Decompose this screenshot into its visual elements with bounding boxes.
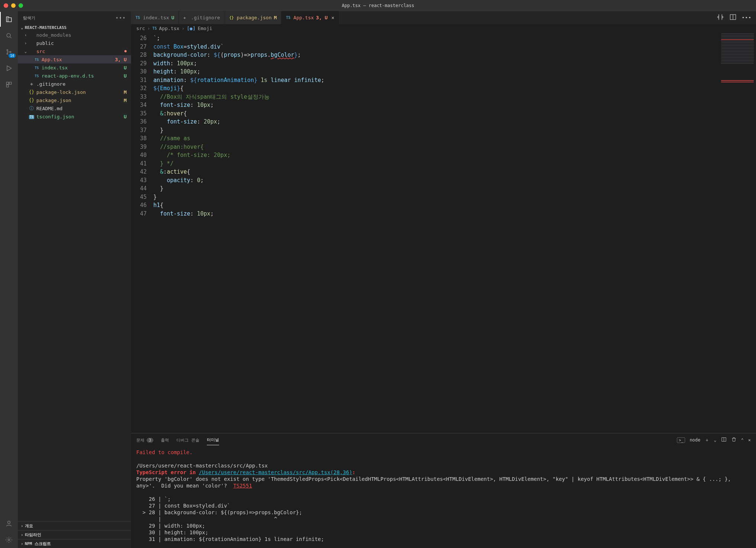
editor-tab-index-tsx[interactable]: TS index.tsx U: [131, 11, 179, 24]
explorer-more-icon[interactable]: •••: [115, 15, 126, 21]
maximize-window[interactable]: [19, 3, 23, 8]
explorer-title: 탐색기: [23, 15, 35, 21]
svg-point-7: [8, 521, 10, 524]
chevron-up-icon[interactable]: ⌃: [741, 437, 744, 443]
more-icon[interactable]: •••: [742, 15, 752, 20]
scm-badge: 14: [9, 53, 16, 58]
svg-point-1: [7, 49, 8, 50]
problems-count-badge: 3: [147, 438, 153, 443]
svg-point-2: [7, 53, 8, 54]
terminal-process-icon: >_: [677, 437, 685, 443]
sidebar-panel-header[interactable]: ›개요: [18, 521, 131, 530]
editor-main: TS index.tsx U ◆ .gitignore {} package.j…: [131, 11, 756, 548]
close-panel-icon[interactable]: ✕: [748, 437, 751, 443]
editor-tab--gitignore[interactable]: ◆ .gitignore: [179, 11, 225, 24]
run-debug-icon[interactable]: [4, 64, 13, 73]
svg-point-0: [7, 33, 10, 37]
editor-tab-App-tsx[interactable]: TS App.tsx 3, U ✕: [281, 11, 339, 24]
sidebar-panel-header[interactable]: ›타임라인: [18, 530, 131, 539]
tree-item-App-tsx[interactable]: TSApp.tsx3, U: [18, 55, 131, 63]
minimize-window[interactable]: [11, 3, 16, 8]
terminal-profile-label[interactable]: node: [690, 437, 700, 443]
debug-console-tab[interactable]: 디버그 콘솔: [176, 435, 199, 445]
minimap[interactable]: [719, 33, 756, 433]
project-header[interactable]: ⌄ REACT-MASTERCLASS: [18, 24, 131, 31]
settings-gear-icon[interactable]: [4, 535, 13, 544]
titlebar: App.tsx — react-masterclass: [0, 0, 756, 11]
tree-item--gitignore[interactable]: ◆.gitignore: [18, 80, 131, 88]
compare-changes-icon[interactable]: [717, 13, 724, 22]
search-icon[interactable]: [4, 31, 13, 40]
tree-item-package-json[interactable]: {}package.jsonM: [18, 96, 131, 104]
tree-item-react-app-env-d-ts[interactable]: TSreact-app-env.d.tsU: [18, 72, 131, 80]
breadcrumb[interactable]: src › TS App.tsx › [◉] Emoji: [131, 24, 756, 33]
source-control-icon[interactable]: 14: [4, 47, 13, 56]
split-terminal-icon[interactable]: [721, 437, 727, 443]
tree-item-tsconfig-json[interactable]: TStsconfig.jsonU: [18, 112, 131, 121]
editor-tabs: TS index.tsx U ◆ .gitignore {} package.j…: [131, 11, 756, 24]
tree-item-README-md[interactable]: ⓘREADME.md: [18, 104, 131, 112]
panel-tabs: 문제 3 출력 디버그 콘솔 터미널 >_ node ＋ ⌄ ⌃ ✕: [131, 433, 756, 447]
svg-rect-5: [9, 82, 12, 84]
terminal-output[interactable]: Failed to compile. /Users/usere/react-ma…: [131, 447, 756, 548]
line-gutter: 2627282930313233343536373839404142434445…: [131, 33, 153, 433]
traffic-lights: [4, 3, 23, 8]
problems-tab[interactable]: 문제 3: [136, 435, 153, 445]
activity-bar: 14: [0, 11, 18, 548]
breadcrumb-seg[interactable]: Emoji: [198, 26, 212, 31]
sidebar-panel-header[interactable]: ›NPM 스크립트: [18, 539, 131, 548]
close-window[interactable]: [4, 3, 8, 8]
window-title: App.tsx — react-masterclass: [342, 3, 414, 8]
explorer-icon[interactable]: [4, 15, 13, 24]
editor-tab-package-json[interactable]: {} package.json M: [225, 11, 282, 24]
svg-point-8: [8, 539, 10, 541]
close-tab-icon[interactable]: ✕: [331, 15, 334, 20]
chevron-right-icon: ›: [182, 26, 185, 31]
split-editor-icon[interactable]: [729, 13, 737, 22]
svg-point-3: [10, 51, 11, 52]
ts-file-icon: TS: [152, 26, 157, 30]
tab-actions: •••: [712, 11, 756, 24]
project-name: REACT-MASTERCLASS: [25, 25, 67, 30]
tree-item-index-tsx[interactable]: TSindex.tsxU: [18, 63, 131, 72]
extensions-icon[interactable]: [4, 80, 13, 89]
trash-icon[interactable]: [731, 437, 737, 443]
code-content[interactable]: `;const Box=styled.div`background-color:…: [153, 33, 756, 433]
svg-rect-4: [6, 82, 9, 84]
tree-item-public[interactable]: ›public: [18, 39, 131, 47]
breadcrumb-seg[interactable]: src: [136, 26, 145, 31]
code-editor[interactable]: 2627282930313233343536373839404142434445…: [131, 33, 756, 433]
output-tab[interactable]: 출력: [161, 435, 169, 445]
file-tree: ›node_modules›public⌄srcTSApp.tsx3, UTSi…: [18, 31, 131, 521]
bottom-panel: 문제 3 출력 디버그 콘솔 터미널 >_ node ＋ ⌄ ⌃ ✕: [131, 433, 756, 548]
new-terminal-icon[interactable]: ＋: [705, 437, 709, 443]
breadcrumb-seg[interactable]: App.tsx: [159, 26, 179, 31]
explorer-sidebar: 탐색기 ••• ⌄ REACT-MASTERCLASS ›node_module…: [18, 11, 131, 548]
tree-item-package-lock-json[interactable]: {}package-lock.jsonM: [18, 88, 131, 96]
chevron-right-icon: ›: [147, 26, 150, 31]
tree-item-src[interactable]: ⌄src: [18, 47, 131, 55]
chevron-down-icon: ⌄: [21, 25, 23, 30]
tree-item-node-modules[interactable]: ›node_modules: [18, 31, 131, 39]
symbol-variable-icon: [◉]: [187, 26, 195, 31]
terminal-dropdown-icon[interactable]: ⌄: [714, 437, 716, 443]
sidebar-panels: ›개요›타임라인›NPM 스크립트: [18, 521, 131, 548]
svg-rect-6: [6, 85, 9, 87]
terminal-tab[interactable]: 터미널: [207, 435, 219, 445]
accounts-icon[interactable]: [4, 519, 13, 528]
